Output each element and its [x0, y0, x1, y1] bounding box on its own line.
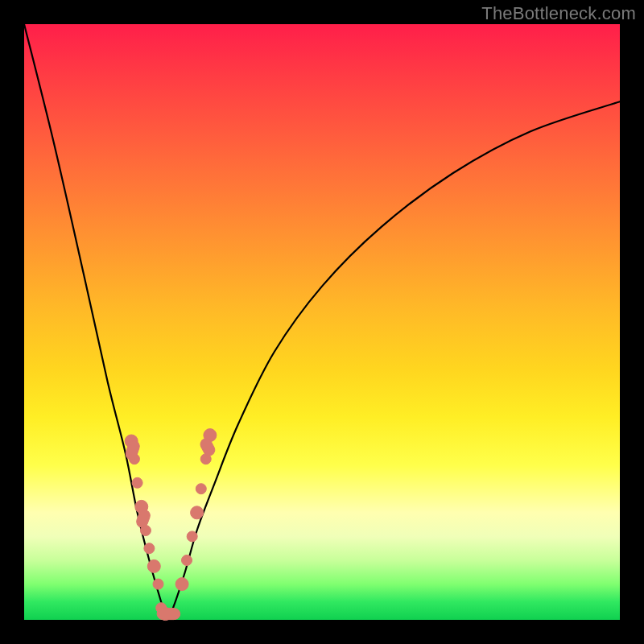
bottleneck-curve [24, 24, 620, 620]
bead [153, 579, 163, 589]
chart-frame: TheBottleneck.com [0, 0, 644, 644]
watermark-text: TheBottleneck.com [481, 3, 636, 24]
bead [182, 555, 192, 566]
bead [187, 531, 197, 542]
bead [132, 477, 142, 488]
bead-capsule [157, 609, 180, 620]
bead [196, 484, 206, 494]
bead [144, 543, 155, 554]
bead [191, 506, 204, 519]
plot-area [24, 24, 620, 620]
bead [175, 578, 188, 591]
bead-group [124, 429, 217, 621]
curve-layer [24, 24, 620, 620]
bead [147, 559, 160, 572]
